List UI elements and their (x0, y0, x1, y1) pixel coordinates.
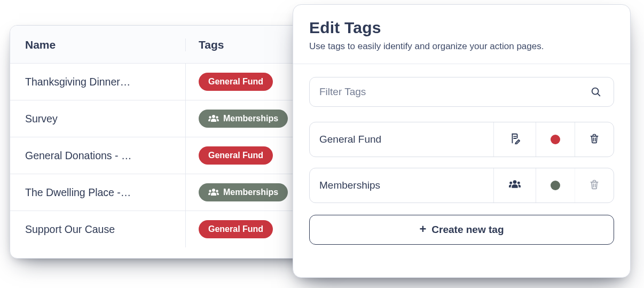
panel-subtitle: Use tags to easily identify and organize… (309, 41, 614, 52)
filter-tags-field[interactable] (309, 77, 614, 107)
tag-row-general-fund: General Fund (309, 122, 614, 157)
row-name: The Dwelling Place -… (25, 186, 185, 199)
action-pages-table: Name Tags Thanksgiving Dinner… General F… (10, 25, 340, 259)
tag-color-dot (551, 135, 560, 144)
table-header: Name Tags (10, 26, 339, 64)
table-row[interactable]: Thanksgiving Dinner… General Fund (10, 64, 339, 100)
svg-point-0 (212, 115, 215, 118)
tag-pill-general-fund[interactable]: General Fund (199, 146, 273, 165)
table-row[interactable]: Support Our Cause General Fund (10, 211, 339, 247)
edit-tag-button[interactable] (493, 122, 536, 157)
panel-title: Edit Tags (309, 19, 614, 37)
edit-icon (509, 133, 521, 146)
row-divider (185, 174, 186, 211)
row-divider (185, 137, 186, 174)
create-new-tag-button[interactable]: + Create new tag (309, 215, 614, 245)
table-row[interactable]: General Donations - … General Fund (10, 137, 339, 174)
edit-tags-panel: Edit Tags Use tags to easily identify an… (293, 4, 631, 278)
filter-tags-input[interactable] (318, 85, 580, 98)
panel-divider (293, 64, 630, 64)
people-icon (208, 114, 219, 123)
tag-pill-label: General Fund (208, 224, 263, 234)
trash-icon (589, 133, 600, 146)
tag-pill-general-fund[interactable]: General Fund (199, 73, 273, 91)
column-divider (185, 38, 186, 51)
table-row[interactable]: The Dwelling Place -… Memberships (10, 174, 339, 211)
delete-tag-button[interactable] (575, 122, 614, 157)
svg-point-2 (216, 116, 218, 118)
tag-rows: General Fund Memberships (309, 122, 614, 203)
svg-point-5 (216, 190, 218, 192)
row-name: Thanksgiving Dinner… (25, 76, 185, 88)
table-row[interactable]: Survey Memberships (10, 100, 339, 137)
tag-pill-label: General Fund (208, 77, 263, 87)
edit-tag-button[interactable] (493, 168, 536, 203)
people-icon (508, 180, 521, 191)
tag-pill-memberships[interactable]: Memberships (199, 183, 288, 201)
tag-color-button[interactable] (536, 168, 575, 203)
svg-point-4 (209, 190, 211, 192)
tag-pill-memberships[interactable]: Memberships (199, 110, 288, 128)
plus-icon: + (419, 223, 426, 235)
column-header-name: Name (25, 38, 185, 51)
tag-row-memberships: Memberships (309, 168, 614, 203)
tag-pill-label: Memberships (223, 188, 278, 197)
row-name: Support Our Cause (25, 223, 185, 236)
svg-point-12 (517, 182, 520, 184)
svg-point-11 (509, 182, 512, 184)
row-divider (185, 64, 186, 100)
svg-point-3 (212, 189, 215, 192)
tag-color-dot (551, 181, 560, 190)
svg-point-1 (209, 116, 211, 118)
tag-name: Memberships (310, 180, 493, 191)
tag-pill-label: Memberships (223, 114, 278, 123)
tag-color-button[interactable] (536, 122, 575, 157)
trash-icon (589, 178, 600, 192)
svg-line-7 (598, 94, 600, 96)
people-icon (208, 188, 219, 197)
search-icon[interactable] (587, 83, 605, 101)
delete-tag-button[interactable] (575, 168, 614, 203)
create-new-tag-label: Create new tag (431, 224, 504, 236)
row-divider (185, 211, 186, 247)
row-name: Survey (25, 113, 185, 125)
tag-name: General Fund (310, 134, 493, 145)
tag-pill-label: General Fund (208, 151, 263, 160)
tag-pill-general-fund[interactable]: General Fund (199, 220, 273, 238)
svg-point-10 (513, 180, 517, 184)
row-name: General Donations - … (25, 150, 185, 162)
row-divider (185, 100, 186, 137)
